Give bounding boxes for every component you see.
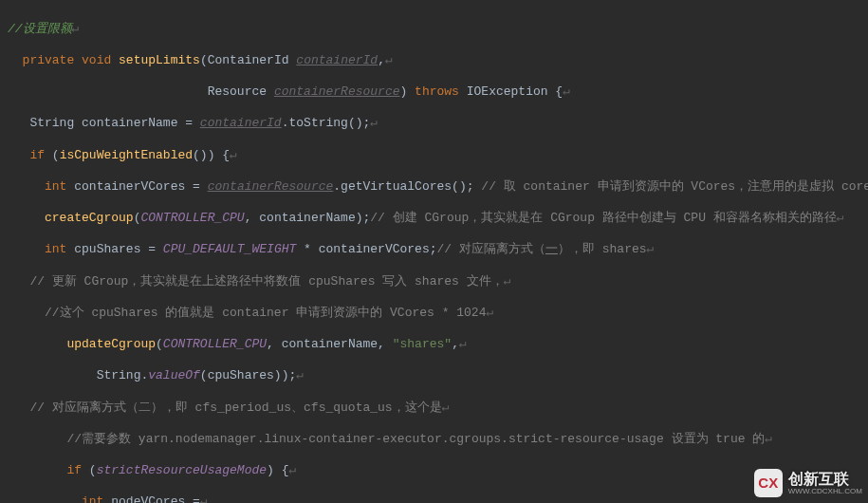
code-line: updateCgroup(CONTROLLER_CPU, containerNa… xyxy=(8,337,860,353)
code-line: // 对应隔离方式（二），即 cfs_period_us、cfs_quota_u… xyxy=(8,401,860,417)
watermark-badge-icon: CX xyxy=(754,469,783,497)
code-line: String.valueOf(cpuShares));↵ xyxy=(8,368,860,384)
watermark-subtext: WWW.CDCXHL.COM xyxy=(788,487,862,496)
code-line: int nodeVCores =↵ xyxy=(8,494,860,503)
code-line: Resource containerResource) throws IOExc… xyxy=(8,84,860,101)
code-line: //设置限额↵ xyxy=(8,22,860,38)
code-line: if (isCpuWeightEnabled()) {↵ xyxy=(8,148,860,164)
code-line: if (strictResourceUsageMode) {↵ xyxy=(8,463,860,479)
code-line: int containerVCores = containerResource.… xyxy=(8,179,860,196)
code-line: private void setupLimits(ContainerId con… xyxy=(8,53,860,69)
code-editor[interactable]: //设置限额↵ private void setupLimits(Contain… xyxy=(0,0,868,503)
code-line: createCgroup(CONTROLLER_CPU, containerNa… xyxy=(8,211,860,227)
code-line: //这个 cpuShares 的值就是 container 申请到资源中的 VC… xyxy=(8,306,860,322)
watermark-text: 创新互联 xyxy=(788,471,849,487)
code-line: //需要参数 yarn.nodemanager.linux-container-… xyxy=(8,432,860,448)
watermark: CX 创新互联 WWW.CDCXHL.COM xyxy=(754,469,862,497)
code-line: int cpuShares = CPU_DEFAULT_WEIGHT * con… xyxy=(8,242,860,258)
code-line: // 更新 CGroup，其实就是在上述路径中将数值 cpuShares 写入 … xyxy=(8,274,860,290)
code-line: String containerName = containerId.toStr… xyxy=(8,116,860,132)
